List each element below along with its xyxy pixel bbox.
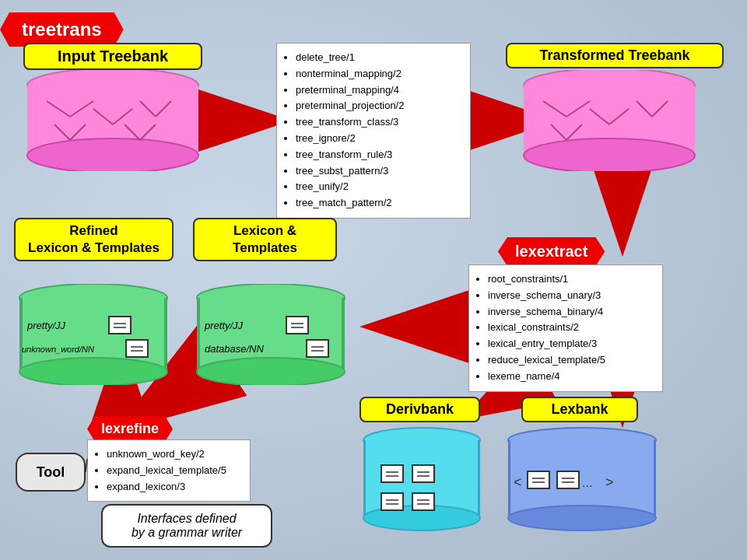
transformed-treebank-label: Transformed Treebank	[506, 43, 724, 68]
lexextract-item-2: inverse_schema_unary/3	[488, 288, 654, 304]
derivbank-cylinder	[359, 426, 484, 535]
lexextract-item-6: reduce_lexical_template/5	[488, 352, 654, 369]
lexicon-templates-label: Lexicon &Templates	[193, 218, 337, 261]
svg-rect-73	[412, 493, 434, 510]
tool-label: Tool	[37, 464, 65, 481]
treetrans-item-5: tree_transform_class/3	[296, 114, 462, 131]
svg-rect-82	[528, 471, 549, 488]
lexrefine-item-1: unknown_word_key/2	[107, 446, 242, 463]
svg-rect-70	[381, 493, 403, 510]
svg-rect-43	[126, 340, 148, 357]
svg-rect-79	[654, 440, 656, 518]
svg-text:<: <	[514, 474, 522, 490]
input-treebank-cylinder	[23, 70, 202, 171]
lexextract-item-7: lexeme_name/4	[488, 369, 654, 385]
lexextract-item-1: root_constraints/1	[488, 271, 654, 288]
svg-rect-85	[557, 471, 579, 488]
treetrans-item-4: preterminal_projection/2	[296, 98, 462, 114]
svg-point-11	[27, 138, 198, 171]
svg-rect-64	[381, 465, 403, 482]
svg-point-24	[524, 138, 695, 171]
svg-text:...: ...	[582, 476, 592, 489]
lexextract-info-box: root_constraints/1 inverse_schema_unary/…	[468, 264, 663, 392]
svg-text:unknown_word/NN: unknown_word/NN	[22, 345, 94, 354]
treetrans-item-8: tree_subst_pattern/3	[296, 163, 462, 180]
derivbank-label: Derivbank	[359, 397, 480, 422]
tool-box: Tool	[16, 453, 86, 492]
svg-text:>: >	[605, 474, 614, 490]
svg-text:pretty/JJ: pretty/JJ	[26, 320, 66, 331]
svg-point-37	[19, 358, 167, 385]
lexextract-item-5: lexical_entry_template/3	[488, 336, 654, 352]
lexrefine-item-3: expand_lexicon/3	[107, 479, 242, 495]
svg-rect-52	[286, 317, 308, 334]
svg-rect-78	[508, 440, 510, 518]
svg-rect-56	[307, 340, 328, 357]
lexbank-cylinder: < ... >	[504, 426, 660, 535]
lexextract-label: lexextract	[498, 237, 605, 266]
svg-rect-36	[164, 298, 167, 372]
svg-rect-35	[19, 298, 23, 372]
treetrans-item-2: nonterminal_mapping/2	[296, 66, 462, 82]
refined-lexicon-cylinder: pretty/JJ unknown_word/NN	[16, 284, 171, 385]
interfaces-label: Interfaces definedby a grammar writer	[101, 504, 272, 548]
interfaces-text: Interfaces definedby a grammar writer	[132, 512, 242, 539]
svg-rect-48	[197, 298, 200, 372]
input-treebank-label: Input Treebank	[23, 43, 202, 70]
treetrans-item-9: tree_unify/2	[296, 179, 462, 195]
lexbank-label: Lexbank	[521, 397, 638, 422]
transformed-treebank-cylinder	[520, 70, 699, 171]
treetrans-info-box: delete_tree/1 nonterminal_mapping/2 pret…	[276, 43, 471, 219]
svg-point-80	[508, 506, 656, 530]
lexrefine-info-box: unknown_word_key/2 expand_lexical_templa…	[87, 439, 251, 502]
svg-rect-39	[109, 317, 131, 334]
treetrans-item-3: preterminal_mapping/4	[296, 82, 462, 99]
svg-text:database/NN: database/NN	[205, 343, 264, 355]
lexrefine-item-2: expand_lexical_template/5	[107, 463, 242, 479]
svg-rect-67	[412, 465, 434, 482]
treetrans-item-6: tree_ignore/2	[296, 131, 462, 147]
svg-point-50	[197, 358, 345, 385]
svg-rect-49	[342, 298, 345, 372]
svg-rect-61	[363, 440, 366, 518]
lexrefine-label: lexrefine	[87, 416, 173, 442]
treetrans-item-1: delete_tree/1	[296, 50, 462, 66]
svg-rect-62	[478, 440, 480, 518]
treetrans-item-10: tree_match_pattern/2	[296, 195, 462, 212]
svg-text:pretty/JJ: pretty/JJ	[204, 320, 244, 331]
treetrans-label: treetrans	[0, 12, 124, 47]
refined-lexicon-label: RefinedLexicon & Templates	[14, 218, 174, 261]
treetrans-item-7: tree_transform_rule/3	[296, 147, 462, 163]
lexicon-cylinder: pretty/JJ database/NN	[193, 284, 349, 385]
lexextract-item-3: inverse_schema_binary/4	[488, 304, 654, 320]
lexextract-item-4: lexical_constraints/2	[488, 320, 654, 336]
